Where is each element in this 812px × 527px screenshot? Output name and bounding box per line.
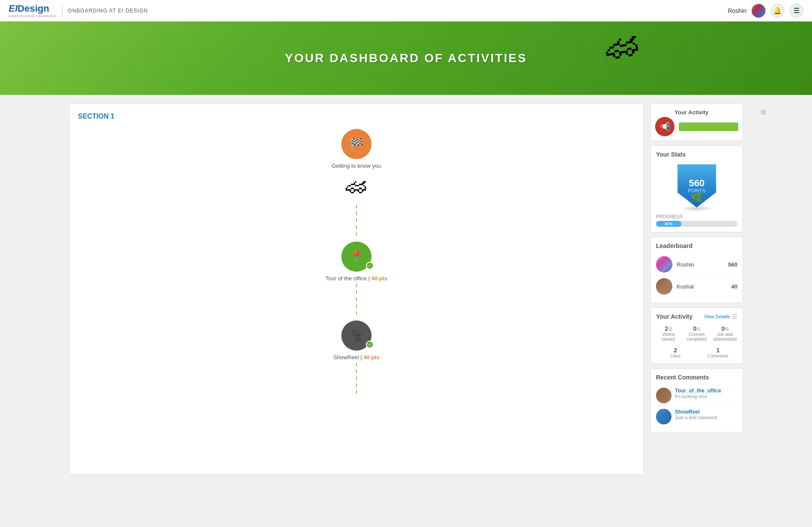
leaderboard-name-kushal: Kushal	[677, 283, 727, 290]
stat-courses-value: 0/1	[684, 325, 709, 332]
leaderboard-avatar-kushal	[656, 278, 672, 295]
bell-icon: 🔔	[773, 6, 782, 15]
recent-comments-card: Recent Comments Tour_of_the_office It's …	[650, 368, 743, 433]
stats-title: Your Stats	[656, 151, 737, 158]
stat-jobaid-value: 0/5	[712, 325, 737, 332]
comment-content-1: Tour_of_the_office It's looking nice	[675, 388, 721, 403]
node-label-1: Getting to know you	[332, 163, 381, 169]
node-2: 📍 ✓ Tour of the office | 40 pts	[325, 242, 387, 282]
header-left: EI Design ENERGISING LEARNING ONBOARDING…	[9, 3, 148, 18]
stat-courses: 0/1 Courses completed	[684, 325, 709, 342]
hero-title: YOUR DASHBOARD OF ACTIVITIES	[285, 51, 527, 65]
timeline-item-3: 🎥 ✓ ShowReel | 40 pts	[333, 320, 379, 361]
hamburger-icon: ☰	[793, 6, 800, 15]
leaderboard-score-roshin: 560	[728, 261, 737, 268]
progress-bar-background: 31%	[656, 221, 737, 227]
stat-likes: 2 Likes	[656, 347, 695, 358]
stat-jobaid: 0/5 Job aids downloaded	[712, 325, 737, 342]
pts-3: 40 pts	[363, 354, 380, 361]
leaderboard-name-roshin: Roshin	[677, 261, 724, 268]
leaderboard-score-kushal: 40	[731, 283, 737, 290]
comment-row-1: Tour_of_the_office It's looking nice	[656, 385, 737, 406]
stat-likes-desc: Likes	[656, 354, 695, 358]
your-activity-label: Your Activity	[675, 109, 709, 116]
node-3: 🎥 ✓ ShowReel | 40 pts	[333, 320, 379, 361]
user-name: Roshin	[728, 7, 746, 14]
left-panel: SECTION 1 🏁 Getting to know you 🏎	[69, 104, 644, 474]
list-view-icon[interactable]: ☰	[732, 313, 737, 320]
timeline: 🏁 Getting to know you 🏎 📍 ✓	[78, 129, 635, 399]
leaderboard-card: Leaderboard Roshin 560 Kushal 40	[650, 237, 743, 303]
logo: EI Design ENERGISING LEARNING	[9, 3, 57, 18]
timeline-line-2	[356, 284, 357, 318]
node-wrapper-2: 📍 ✓	[341, 242, 372, 272]
comment-avatar-1	[656, 388, 671, 403]
activity-stats-grid: 2/2 Videos viewed 0/1 Courses completed …	[656, 325, 737, 342]
header-divider	[62, 4, 62, 17]
hero-banner: YOUR DASHBOARD OF ACTIVITIES 🏎	[0, 22, 812, 95]
race-car-decoration: 🏎	[602, 23, 643, 68]
header-right: Roshin 🔔 ☰	[728, 4, 803, 18]
location-icon: 📍	[350, 250, 363, 264]
node-circle-1[interactable]: 🏁	[341, 129, 372, 159]
activity-actions: View Details ☰	[704, 313, 737, 320]
logo-ei: EI	[9, 3, 18, 14]
main-content: SECTION 1 🏁 Getting to know you 🏎	[0, 95, 812, 483]
header-title: ONBOARDING AT EI DESIGN	[68, 8, 148, 14]
race-car-track: 🏎	[346, 173, 367, 198]
stat-videos-desc: Videos viewed	[656, 332, 681, 342]
progress-label: PROGRESS	[656, 214, 737, 219]
stat-comments: 1 Comments	[699, 347, 738, 358]
activity-green-bar	[679, 122, 738, 131]
progress-bar-fill: 31%	[656, 221, 681, 227]
logo-tagline: ENERGISING LEARNING	[9, 14, 57, 18]
activity-top-header: Your Activity ⚙	[675, 108, 766, 116]
timeline-line-1	[356, 205, 357, 239]
timeline-item-2: 📍 ✓ Tour of the office | 40 pts	[325, 242, 387, 282]
node-wrapper-3: 🎥 ✓	[341, 320, 372, 351]
progress-section: PROGRESS 31%	[656, 214, 737, 227]
comment-link-2[interactable]: ShowReel	[675, 409, 717, 415]
stat-courses-desc: Courses completed	[684, 332, 709, 342]
view-details-link[interactable]: View Details	[704, 314, 730, 319]
leaderboard-row-roshin: Roshin 560	[656, 254, 737, 276]
app-header: EI Design ENERGISING LEARNING ONBOARDING…	[0, 0, 812, 22]
activity-stats2-grid: 2 Likes 1 Comments	[656, 347, 737, 358]
comment-content-2: ShowReel Just a test comment	[675, 409, 717, 424]
node-label-3: ShowReel | 40 pts	[333, 354, 379, 361]
activity-card-title: Your Activity	[656, 313, 693, 320]
check-badge-3: ✓	[366, 341, 374, 348]
leaderboard-title: Leaderboard	[656, 242, 737, 249]
film-icon: 🎥	[350, 329, 363, 342]
shield-container: 560 POINTS 🌿	[656, 162, 737, 210]
activity-top-card: 📢 Your Activity ⚙	[650, 104, 743, 141]
avatar[interactable]	[752, 4, 765, 18]
stat-videos-value: 2/2	[656, 325, 681, 332]
megaphone-circle: 📢	[655, 117, 675, 136]
notification-bell-button[interactable]: 🔔	[771, 4, 784, 18]
comment-link-1[interactable]: Tour_of_the_office	[675, 388, 721, 394]
section-title: SECTION 1	[78, 113, 635, 120]
shield-outer: 560 POINTS 🌿	[676, 162, 717, 210]
shield-shadow	[680, 205, 714, 212]
comment-avatar-2	[656, 409, 671, 424]
your-activity-card: Your Activity View Details ☰ 2/2 Videos …	[650, 307, 743, 364]
person-icon: 🏁	[350, 138, 363, 151]
activity-card-header: Your Activity View Details ☰	[656, 313, 737, 320]
stat-comments-desc: Comments	[699, 354, 738, 358]
settings-gear-icon[interactable]: ⚙	[760, 108, 766, 116]
leaderboard-row-kushal: Kushal 40	[656, 276, 737, 298]
menu-button[interactable]: ☰	[790, 4, 803, 18]
stat-comments-value: 1	[699, 347, 738, 354]
leaderboard-avatar-roshin	[656, 256, 672, 273]
recent-comments-title: Recent Comments	[656, 374, 737, 381]
timeline-item-1: 🏁 Getting to know you	[332, 129, 381, 169]
megaphone-icon: 📢	[659, 122, 670, 132]
points-value: 560	[689, 179, 705, 188]
pts-2: 40 pts	[371, 275, 387, 282]
comment-text-2: Just a test comment	[675, 415, 717, 420]
node-1: 🏁 Getting to know you	[332, 129, 381, 169]
node-label-2: Tour of the office | 40 pts	[325, 275, 387, 282]
stat-jobaid-desc: Job aids downloaded	[712, 332, 737, 342]
comment-row-2: ShowReel Just a test comment	[656, 406, 737, 427]
